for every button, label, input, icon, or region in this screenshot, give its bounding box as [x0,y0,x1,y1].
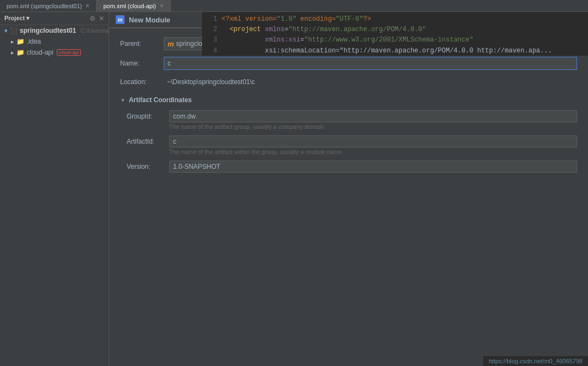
project-icon: ⬛ [10,27,17,34]
line-numbers: 1 2 3 4 [202,14,222,56]
gear-icon[interactable]: ⚙ [90,15,96,22]
groupid-label: GroupId: [120,110,169,120]
location-value: ~\Desktop\springcloudtest01\c [164,76,577,87]
tab-close-icon[interactable]: ✕ [159,3,164,9]
maven-m-icon: m [168,40,174,48]
footer-url: https://blog.csdn.net/m0_46065798 [483,356,588,366]
module-m-letter: m [118,17,123,23]
tree-item-cloudapi[interactable]: ▸ 📁 cloud-api cloud-api [0,47,109,58]
new-module-panel: m New Module Parent: m springcloudtest01… [109,12,588,366]
chevron-down-icon: ▾ [4,27,8,34]
cloudapi-label: cloud-api [27,49,54,56]
name-label: Name: [120,60,164,67]
chevron-right-icon: ▸ [11,49,14,56]
sidebar-icons: ⚙ ✕ [90,15,104,22]
collapse-icon: ▼ [120,97,126,103]
code-line-1: <?xml version="1.0" encoding="UTF-8"?> [222,14,588,25]
cloud-api-badge: cloud-api [57,49,81,56]
tab-close-icon[interactable]: ✕ [85,3,90,9]
folder-icon: 📁 [16,49,25,56]
location-row: Location: ~\Desktop\springcloudtest01\c [120,76,577,87]
project-sidebar: Project ▾ ⚙ ✕ ▾ ⬛ springcloudtest01 C:\U… [0,12,109,366]
tab-pom-cloudapi[interactable]: pom.xml (cloud-api) ✕ [97,0,171,11]
project-path: C:\Users\admin\Desktop\springclo... [80,27,109,34]
groupid-row: GroupId: The name of the artifact group,… [120,110,577,133]
artifact-coordinates-section: ▼ Artifact Coordinates GroupId: The name… [120,94,577,173]
groupid-hint: The name of the artifact group, usually … [169,123,577,130]
artifactid-hint: The name of the artifact within the grou… [169,149,577,155]
version-input[interactable] [169,161,577,173]
artifactid-label: ArtifactId: [120,135,169,145]
location-label: Location: [120,78,164,86]
artifactid-field-wrap: The name of the artifact within the grou… [169,135,577,158]
tree-item-project[interactable]: ▾ ⬛ springcloudtest01 C:\Users\admin\Des… [0,25,109,36]
close-icon[interactable]: ✕ [99,15,104,22]
tree-item-idea[interactable]: ▸ 📁 .idea [0,36,109,47]
idea-folder-label: .idea [27,38,41,45]
version-field-wrap [169,161,577,173]
tab-label: pom.xml (cloud-api) [103,3,156,9]
code-line-4: xsi:schemaLocation="http://maven.apache.… [222,46,588,56]
chevron-right-icon: ▸ [11,38,14,45]
sidebar-header[interactable]: Project ▾ ⚙ ✕ [0,12,109,25]
module-icon: m [116,15,124,24]
code-lines: <?xml version="1.0" encoding="UTF-8"?> <… [222,14,588,56]
name-row: Name: [120,57,577,70]
artifact-coordinates-title: Artifact Coordinates [129,96,192,104]
artifactid-row: ArtifactId: The name of the artifact wit… [120,135,577,158]
tab-bar: pom.xml (springcloudtest01) ✕ pom.xml (c… [0,0,588,12]
artifactid-input[interactable] [169,135,577,147]
version-label: Version: [120,161,169,170]
main-layout: Project ▾ ⚙ ✕ ▾ ⬛ springcloudtest01 C:\U… [0,12,588,366]
groupid-field-wrap: The name of the artifact group, usually … [169,110,577,133]
tab-pom-springcloud[interactable]: pom.xml (springcloudtest01) ✕ [0,0,97,11]
sidebar-title: Project ▾ [4,15,29,22]
code-line-3: xmlns:xsi="http://www.w3.org/2001/XMLSch… [222,35,588,45]
code-editor-background: 1 2 3 4 <?xml version="1.0" encoding="UT… [202,12,588,56]
name-input[interactable] [164,57,577,70]
code-line-2: <project xmlns="http://maven.apache.org/… [222,25,588,35]
version-row: Version: [120,161,577,173]
parent-label: Parent: [120,40,164,48]
groupid-input[interactable] [169,110,577,122]
tab-label: pom.xml (springcloudtest01) [7,3,82,9]
folder-icon: 📁 [16,38,25,45]
url-text: https://blog.csdn.net/m0_46065798 [489,358,583,364]
project-name: springcloudtest01 [20,27,76,34]
new-module-title: New Module [129,16,170,24]
code-content: 1 2 3 4 <?xml version="1.0" encoding="UT… [202,12,588,56]
artifact-coordinates-header[interactable]: ▼ Artifact Coordinates [120,94,577,106]
